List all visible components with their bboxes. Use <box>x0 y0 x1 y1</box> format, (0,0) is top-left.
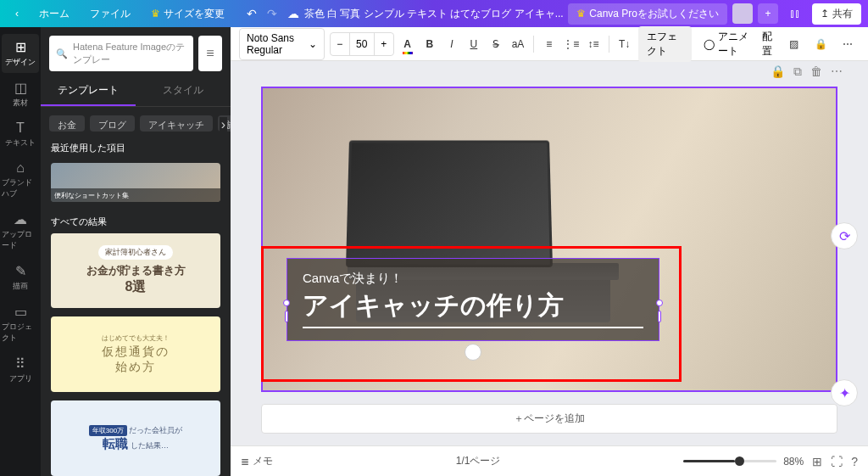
animate-button[interactable]: ◯ アニメート <box>697 26 757 62</box>
rotate-handle[interactable]: ⟳ <box>465 344 481 361</box>
page-indicator[interactable]: 1/1ページ <box>273 454 683 468</box>
tab-スタイル[interactable]: スタイル <box>136 76 231 106</box>
font-size-increase[interactable]: + <box>375 33 393 55</box>
delete-page-icon[interactable]: 🗑 <box>810 64 822 79</box>
rail-アプリ[interactable]: ⠿アプリ <box>2 350 39 389</box>
grid-view-icon[interactable]: ⊞ <box>812 455 822 468</box>
chevron-down-icon: ⌄ <box>309 38 317 50</box>
align-button[interactable]: ≡ <box>541 32 558 56</box>
search-input[interactable]: 🔍 Hatena Feature Imageのテンプレー <box>49 36 193 71</box>
side-rail: ⊞デザイン◫素材Tテキスト⌂ブランドハブ☁アップロード✎描画▭プロジェクト⠿アプ… <box>0 27 41 476</box>
resize-button[interactable]: ♛サイズを変更 <box>142 3 233 25</box>
rail-テキスト[interactable]: Tテキスト <box>2 115 39 154</box>
redo-fab[interactable]: ⟳ <box>831 222 858 249</box>
add-member-button[interactable]: + <box>758 3 778 24</box>
rail-デザイン[interactable]: ⊞デザイン <box>2 34 39 73</box>
page-more-icon[interactable]: ⋯ <box>831 64 843 79</box>
text-line-2[interactable]: アイキャッチの作り方 <box>303 288 643 328</box>
resize-handle-left[interactable] <box>283 300 290 306</box>
strikethrough-button[interactable]: S̶ <box>487 32 504 56</box>
template-card[interactable]: はじめてでも大丈夫！ 仮想通貨の 始め方 <box>51 316 220 392</box>
undo-icon[interactable]: ↶ <box>247 7 257 20</box>
document-title[interactable]: 茶色 白 写真 シンプル テキスト はてなブログ アイキャ... <box>299 7 568 21</box>
redo-icon[interactable]: ↷ <box>267 7 277 20</box>
text-toolbar: Noto Sans Regular ⌄ − 50 + A B I U S̶ aA… <box>231 27 868 61</box>
text-element[interactable]: Canvaで決まり！ アイキャッチの作り方 ⟳ <box>287 258 659 341</box>
rail-素材[interactable]: ◫素材 <box>2 75 39 114</box>
italic-button[interactable]: I <box>443 32 460 56</box>
text-case-button[interactable]: aA <box>509 32 526 56</box>
rail-アップロード[interactable]: ☁アップロード <box>2 206 39 256</box>
filter-button[interactable]: ≡ <box>198 36 222 71</box>
canvas-page[interactable]: Canvaで決まり！ アイキャッチの作り方 ⟳ <box>261 87 837 392</box>
vertical-text-button[interactable]: T↓ <box>616 32 633 56</box>
chip-アイキャッチ[interactable]: アイキャッチ <box>140 115 213 132</box>
template-card[interactable]: 家計簿初心者さん お金が貯まる書き方 8選 <box>51 233 220 309</box>
template-card[interactable]: 年収300万だった会社員が 転職 した結果… <box>51 400 220 476</box>
list-button[interactable]: ⋮≡ <box>563 32 580 56</box>
fullscreen-icon[interactable]: ⛶ <box>831 455 843 468</box>
tab-テンプレート[interactable]: テンプレート <box>41 76 136 106</box>
cloud-sync-icon[interactable]: ☁ <box>287 7 299 20</box>
resize-bar-right[interactable] <box>658 311 661 322</box>
transparency-button[interactable]: ▨ <box>782 32 805 56</box>
chip-お金[interactable]: お金 <box>49 115 85 132</box>
chip-ブログ[interactable]: ブログ <box>90 115 135 132</box>
try-pro-button[interactable]: ♛Canva Proをお試しください <box>568 3 727 25</box>
text-color-button[interactable]: A <box>399 32 416 56</box>
notes-button[interactable]: ≣ メモ <box>241 454 273 468</box>
rail-ブランドハブ[interactable]: ⌂ブランドハブ <box>2 155 39 204</box>
back-button[interactable]: ‹ <box>7 4 27 23</box>
chips-scroll-right[interactable]: › <box>220 117 227 132</box>
resize-handle-right[interactable] <box>656 300 663 306</box>
recent-heading: 最近使用した項目 <box>41 137 231 160</box>
position-button[interactable]: 配置 <box>762 30 776 59</box>
duplicate-page-icon[interactable]: ⧉ <box>793 64 802 79</box>
share-button[interactable]: ↥ 共有 <box>812 3 861 25</box>
rail-描画[interactable]: ✎描画 <box>2 258 39 297</box>
lock-page-icon[interactable]: 🔒 <box>771 64 785 79</box>
add-page-button[interactable]: ＋ページを追加 <box>261 404 837 434</box>
file-menu[interactable]: ファイル <box>81 3 139 25</box>
templates-panel: 🔍 Hatena Feature Imageのテンプレー ≡ テンプレートスタイ… <box>41 27 231 476</box>
magic-fab[interactable]: ✦ <box>831 379 858 406</box>
crown-icon: ♛ <box>576 8 586 20</box>
user-avatar[interactable] <box>732 3 753 24</box>
lock-button[interactable]: 🔒 <box>809 32 832 56</box>
font-size-input[interactable]: 50 <box>349 33 375 55</box>
font-size-decrease[interactable]: − <box>331 33 349 55</box>
effects-button[interactable]: エフェクト <box>638 26 692 62</box>
bold-button[interactable]: B <box>421 32 438 56</box>
spacing-button[interactable]: ↕≡ <box>585 32 602 56</box>
underline-button[interactable]: U <box>465 32 482 56</box>
rail-プロジェクト[interactable]: ▭プロジェクト <box>2 299 39 349</box>
help-icon[interactable]: ? <box>851 455 858 468</box>
more-button[interactable]: ⋯ <box>836 32 860 56</box>
resize-bar-left[interactable] <box>285 311 288 322</box>
crown-icon: ♛ <box>151 8 160 20</box>
zoom-slider[interactable] <box>683 460 776 462</box>
font-selector[interactable]: Noto Sans Regular ⌄ <box>239 28 325 60</box>
text-line-1[interactable]: Canvaで決まり！ <box>303 271 643 287</box>
results-heading: すべての結果 <box>41 210 231 233</box>
analytics-icon[interactable]: ⫿⫿ <box>783 2 807 25</box>
zoom-value[interactable]: 88% <box>783 456 804 468</box>
recent-template[interactable]: 便利なショートカット集 <box>51 163 220 202</box>
home-button[interactable]: ホーム <box>31 3 78 25</box>
